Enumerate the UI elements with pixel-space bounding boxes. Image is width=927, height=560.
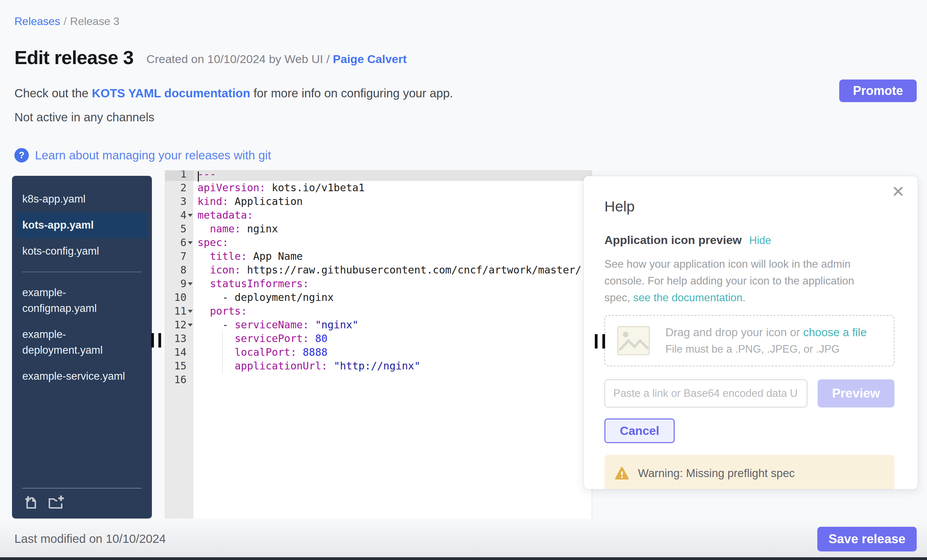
git-help-link[interactable]: ? Learn about managing your releases wit… bbox=[14, 148, 271, 162]
file-item-kots-config.yaml[interactable]: kots-config.yaml bbox=[12, 238, 152, 264]
page-title: Edit release 3 bbox=[14, 48, 133, 67]
line-number: 10 bbox=[165, 291, 193, 304]
line-number: 2 bbox=[165, 181, 193, 195]
help-panel: ✕ Help Application icon preview Hide See… bbox=[584, 176, 918, 489]
code-line-15[interactable]: 15 applicationUrl: "http://nginx" bbox=[165, 359, 592, 373]
line-number: 1 bbox=[165, 170, 193, 181]
hide-link[interactable]: Hide bbox=[749, 234, 771, 247]
icon-url-input[interactable] bbox=[605, 379, 807, 407]
file-tree-sidebar: k8s-app.yamlkots-app.yamlkots-config.yam… bbox=[12, 176, 152, 519]
file-item-example-service.yaml[interactable]: example-service.yaml bbox=[12, 363, 152, 389]
code-line-5[interactable]: 5 name: nginx bbox=[165, 222, 592, 236]
add-file-icon[interactable] bbox=[22, 494, 38, 510]
window-bottom-edge bbox=[0, 557, 927, 560]
choose-file-link[interactable]: choose a file bbox=[803, 326, 867, 338]
breadcrumb-current: Release 3 bbox=[70, 15, 119, 27]
code-line-8[interactable]: 8 icon: https://raw.githubusercontent.co… bbox=[165, 263, 592, 277]
warning-title: Warning: Missing preflight spec bbox=[638, 467, 795, 480]
created-by-link[interactable]: Paige Calvert bbox=[333, 52, 407, 65]
sidebar-resize-handle[interactable] bbox=[151, 333, 154, 348]
fold-arrow-icon[interactable] bbox=[188, 214, 193, 217]
line-number: 15 bbox=[165, 359, 193, 373]
help-panel-title: Help bbox=[605, 198, 894, 215]
yaml-code-editor[interactable]: 1---2apiVersion: kots.io/v1beta13kind: A… bbox=[165, 170, 592, 519]
created-info: Created on 10/10/2024 by Web UI / Paige … bbox=[146, 52, 407, 67]
icon-preview-section-header: Application icon preview Hide bbox=[605, 234, 894, 247]
title-row: Edit release 3 Created on 10/10/2024 by … bbox=[14, 48, 407, 67]
code-line-16[interactable]: 16 bbox=[165, 373, 592, 387]
intro-line: Check out the KOTS YAML documentation fo… bbox=[14, 87, 453, 100]
kots-yaml-doc-link[interactable]: KOTS YAML documentation bbox=[92, 87, 250, 100]
save-release-button[interactable]: Save release bbox=[817, 527, 917, 551]
breadcrumb-releases-link[interactable]: Releases bbox=[14, 15, 60, 27]
line-number: 3 bbox=[165, 195, 193, 208]
image-placeholder-icon bbox=[617, 326, 650, 356]
file-item-example-deployment.yaml[interactable]: example-deployment.yaml bbox=[12, 322, 152, 363]
code-text: title: App Name bbox=[193, 249, 592, 263]
code-text: statusInformers: bbox=[193, 277, 592, 291]
sidebar-resize-handle[interactable] bbox=[158, 333, 161, 348]
warning-banner: Warning: Missing preflight spec Warning … bbox=[605, 455, 894, 489]
dropzone-hint: File must be a .PNG, .JPEG, or .JPG bbox=[666, 343, 867, 355]
fold-arrow-icon[interactable] bbox=[188, 323, 193, 326]
code-line-11[interactable]: 11 ports: bbox=[165, 304, 592, 318]
fold-arrow-icon[interactable] bbox=[188, 282, 193, 285]
file-item-k8s-app.yaml[interactable]: k8s-app.yaml bbox=[12, 186, 152, 212]
file-item-example-configmap.yaml[interactable]: example-configmap.yaml bbox=[12, 280, 152, 322]
breadcrumb: Releases/Release 3 bbox=[14, 15, 119, 28]
icon-preview-description: See how your application icon will look … bbox=[605, 256, 883, 306]
line-number: 16 bbox=[165, 373, 193, 387]
code-line-7[interactable]: 7 title: App Name bbox=[165, 249, 592, 263]
text-cursor bbox=[198, 171, 199, 182]
code-text: ports: bbox=[193, 304, 592, 318]
code-line-9[interactable]: 9 statusInformers: bbox=[165, 277, 592, 291]
created-text: Created on 10/10/2024 by Web UI / bbox=[146, 52, 333, 65]
close-icon[interactable]: ✕ bbox=[891, 184, 905, 199]
line-number: 11 bbox=[165, 304, 193, 318]
code-line-14[interactable]: 14 localPort: 8888 bbox=[165, 346, 592, 359]
code-line-4[interactable]: 4metadata: bbox=[165, 208, 592, 222]
fold-arrow-icon[interactable] bbox=[188, 310, 193, 313]
dropzone-label: Drag and drop your icon or bbox=[666, 326, 803, 338]
promote-button[interactable]: Promote bbox=[839, 79, 917, 102]
code-line-1[interactable]: 1--- bbox=[165, 170, 592, 181]
git-help-label: Learn about managing your releases with … bbox=[35, 149, 271, 162]
code-line-3[interactable]: 3kind: Application bbox=[165, 195, 592, 208]
line-number: 7 bbox=[165, 249, 193, 263]
file-tree-actions bbox=[22, 488, 141, 519]
line-number: 4 bbox=[165, 208, 193, 222]
release-editor-page: Releases/Release 3 Edit release 3 Create… bbox=[0, 0, 927, 560]
code-line-2[interactable]: 2apiVersion: kots.io/v1beta1 bbox=[165, 181, 592, 195]
icon-url-row: Preview bbox=[605, 379, 894, 407]
line-number: 9 bbox=[165, 277, 193, 291]
add-folder-icon[interactable] bbox=[47, 494, 64, 510]
line-number: 8 bbox=[165, 263, 193, 277]
code-line-6[interactable]: 6spec: bbox=[165, 236, 592, 249]
warning-icon bbox=[615, 466, 629, 480]
question-mark-icon: ? bbox=[14, 148, 29, 162]
help-panel-resize-handle[interactable] bbox=[595, 334, 597, 349]
line-number: 14 bbox=[165, 346, 193, 359]
preview-button[interactable]: Preview bbox=[818, 379, 894, 407]
file-item-kots-app.yaml[interactable]: kots-app.yaml bbox=[17, 212, 147, 238]
channel-status: Not active in any channels bbox=[14, 110, 155, 124]
code-text: applicationUrl: "http://nginx" bbox=[193, 359, 592, 373]
intro-after: for more info on configuring your app. bbox=[250, 87, 453, 100]
line-number: 13 bbox=[165, 332, 193, 346]
see-documentation-link[interactable]: see the documentation bbox=[633, 291, 743, 304]
code-rows: 1---2apiVersion: kots.io/v1beta13kind: A… bbox=[165, 170, 592, 387]
code-line-10[interactable]: 10 - deployment/nginx bbox=[165, 291, 592, 304]
dropzone-text: Drag and drop your icon or choose a file… bbox=[666, 326, 867, 355]
file-group-divider bbox=[22, 272, 141, 272]
cancel-button[interactable]: Cancel bbox=[605, 419, 675, 443]
icon-preview-title: Application icon preview bbox=[605, 234, 742, 247]
icon-dropzone[interactable]: Drag and drop your icon or choose a file… bbox=[605, 315, 894, 366]
code-line-13[interactable]: 13 servicePort: 80 bbox=[165, 332, 592, 346]
code-text: localPort: 8888 bbox=[193, 346, 592, 359]
file-list: k8s-app.yamlkots-app.yamlkots-config.yam… bbox=[12, 176, 152, 488]
code-line-12[interactable]: 12 - serviceName: "nginx" bbox=[165, 318, 592, 332]
code-text: servicePort: 80 bbox=[193, 332, 592, 346]
indent-guide bbox=[222, 332, 223, 373]
fold-arrow-icon[interactable] bbox=[188, 241, 193, 244]
help-panel-resize-handle[interactable] bbox=[602, 334, 605, 349]
